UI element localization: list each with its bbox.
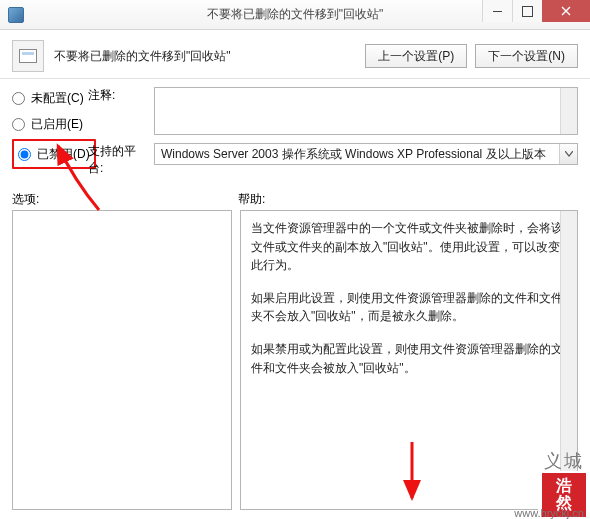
comment-row: 注释:	[158, 87, 578, 135]
next-setting-button[interactable]: 下一个设置(N)	[475, 44, 578, 68]
maximize-button[interactable]	[512, 0, 542, 22]
help-paragraph-1: 当文件资源管理器中的一个文件或文件夹被删除时，会将该文件或文件夹的副本放入"回收…	[251, 219, 567, 275]
options-panel	[12, 210, 232, 510]
highlight-box: 已禁用(D)	[12, 139, 96, 169]
lower-labels: 选项: 帮助:	[0, 185, 590, 210]
radio-disabled[interactable]: 已禁用(D)	[18, 143, 90, 165]
policy-icon	[12, 40, 44, 72]
radio-enabled-input[interactable]	[12, 118, 25, 131]
help-label: 帮助:	[238, 191, 578, 208]
radio-disabled-label: 已禁用(D)	[37, 146, 90, 163]
panels: 当文件资源管理器中的一个文件或文件夹被删除时，会将该文件或文件夹的副本放入"回收…	[0, 210, 590, 510]
help-panel: 当文件资源管理器中的一个文件或文件夹被删除时，会将该文件或文件夹的副本放入"回收…	[240, 210, 578, 510]
titlebar: 不要将已删除的文件移到"回收站"	[0, 0, 590, 30]
radio-enabled[interactable]: 已启用(E)	[12, 113, 142, 135]
watermark-side-text: 义城	[544, 449, 584, 473]
minimize-button[interactable]	[482, 0, 512, 22]
header-title: 不要将已删除的文件移到"回收站"	[54, 48, 355, 65]
window-buttons	[482, 0, 590, 22]
radio-enabled-label: 已启用(E)	[31, 116, 83, 133]
app-icon	[8, 7, 24, 23]
previous-setting-button[interactable]: 上一个设置(P)	[365, 44, 467, 68]
header-row: 不要将已删除的文件移到"回收站" 上一个设置(P) 下一个设置(N)	[0, 30, 590, 79]
options-label: 选项:	[12, 191, 238, 208]
comment-scrollbar[interactable]	[560, 88, 577, 134]
help-paragraph-3: 如果禁用或为配置此设置，则使用文件资源管理器删除的文件和文件夹会被放入"回收站"…	[251, 340, 567, 377]
comment-label: 注释:	[88, 87, 146, 104]
body: 未配置(C) 已启用(E) 已禁用(D) 注释: 支持的平台:	[0, 79, 590, 185]
platform-combo[interactable]: Windows Server 2003 操作系统或 Windows XP Pro…	[154, 143, 578, 165]
chevron-down-icon	[559, 144, 577, 164]
platform-row: 支持的平台: Windows Server 2003 操作系统或 Windows…	[158, 143, 578, 177]
help-paragraph-2: 如果启用此设置，则使用文件资源管理器删除的文件和文件夹不会放入"回收站"，而是被…	[251, 289, 567, 326]
radio-disabled-input[interactable]	[18, 148, 31, 161]
radio-unconfigured-input[interactable]	[12, 92, 25, 105]
platform-value: Windows Server 2003 操作系统或 Windows XP Pro…	[161, 146, 546, 163]
radio-unconfigured-label: 未配置(C)	[31, 90, 84, 107]
watermark-url: www.hryckj.cn	[514, 507, 584, 519]
platform-label: 支持的平台:	[88, 143, 146, 177]
comment-textarea[interactable]	[154, 87, 578, 135]
close-button[interactable]	[542, 0, 590, 22]
help-text: 当文件资源管理器中的一个文件或文件夹被删除时，会将该文件或文件夹的副本放入"回收…	[251, 219, 567, 377]
right-column: 注释: 支持的平台: Windows Server 2003 操作系统或 Win…	[158, 87, 578, 185]
